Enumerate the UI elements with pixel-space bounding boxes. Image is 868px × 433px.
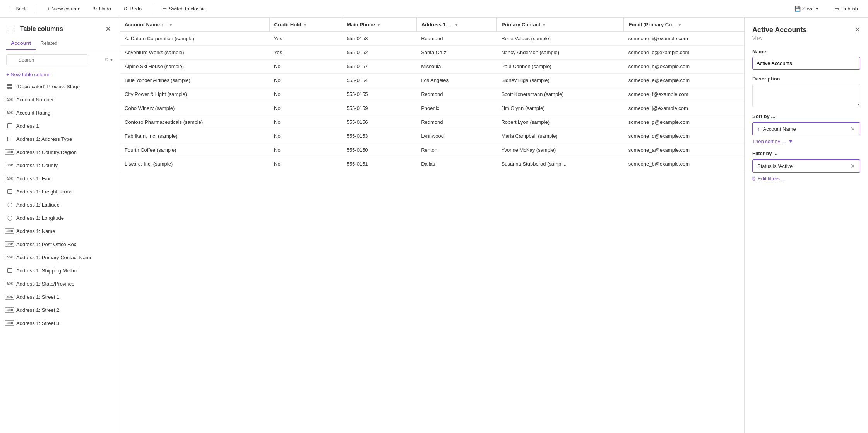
- column-name: Address 1: Freight Terms: [16, 189, 72, 195]
- th-label-account_name: Account Name: [125, 22, 160, 27]
- center-area[interactable]: Account Name↑↓▼Credit Hold▼Main Phone▼Ad…: [120, 18, 744, 433]
- th-account_name[interactable]: Account Name↑↓▼: [120, 18, 269, 32]
- column-name: Address 1: Longitude: [16, 215, 64, 221]
- column-item[interactable]: ◯Address 1: Longitude: [0, 211, 120, 224]
- edit-filters-button[interactable]: ⎗ Edit filters ...: [752, 176, 860, 181]
- abc-icon: abc: [6, 306, 13, 313]
- column-item[interactable]: abcAccount Rating: [0, 106, 120, 119]
- cell-email: someone_c@example.com: [624, 46, 744, 60]
- cell-primary_contact: Maria Campbell (sample): [496, 129, 623, 143]
- column-name: Address 1: County: [16, 163, 58, 168]
- column-item[interactable]: abcAddress 1: Post Office Box: [0, 238, 120, 251]
- column-item[interactable]: Address 1: Shipping Method: [0, 264, 120, 277]
- column-list: (Deprecated) Process StageabcAccount Num…: [0, 80, 120, 433]
- cell-credit_hold: No: [269, 87, 342, 101]
- table-row[interactable]: Fabrikam, Inc. (sample)No555-0153Lynnwoo…: [120, 129, 744, 143]
- data-table: Account Name↑↓▼Credit Hold▼Main Phone▼Ad…: [120, 18, 744, 171]
- th-label-email: Email (Primary Co...: [628, 22, 676, 27]
- table-row[interactable]: Coho Winery (sample)No555-0159PhoenixJim…: [120, 101, 744, 115]
- view-column-button[interactable]: + View column: [45, 4, 83, 13]
- tab-related[interactable]: Related: [36, 37, 62, 50]
- save-button[interactable]: 💾 Save ▼: [791, 4, 823, 13]
- table-row[interactable]: Contoso Pharmaceuticals (sample)No555-01…: [120, 115, 744, 129]
- column-item[interactable]: abcAddress 1: Fax: [0, 172, 120, 185]
- th-credit_hold[interactable]: Credit Hold▼: [269, 18, 342, 32]
- switch-to-classic-button[interactable]: ▭ Switch to classic: [160, 4, 208, 13]
- left-panel-title: Table columns: [20, 26, 63, 33]
- left-panel-close-button[interactable]: ✕: [103, 24, 113, 34]
- right-panel-close-button[interactable]: ✕: [854, 26, 860, 34]
- cell-account_name: City Power & Light (sample): [120, 87, 269, 101]
- switch-icon: ▭: [162, 6, 167, 12]
- column-item[interactable]: Address 1: Freight Terms: [0, 185, 120, 198]
- column-item[interactable]: Address 1: Address Type: [0, 132, 120, 145]
- sort-section-label: Sort by ...: [752, 113, 860, 119]
- hamburger-icon[interactable]: [6, 25, 16, 33]
- filter-remove-button[interactable]: ✕: [851, 163, 855, 169]
- cell-primary_contact: Robert Lyon (sample): [496, 115, 623, 129]
- cell-address1: Los Angeles: [416, 74, 496, 87]
- column-item[interactable]: Address 1: [0, 119, 120, 132]
- table-row[interactable]: Alpine Ski House (sample)No555-0157Misso…: [120, 60, 744, 74]
- publish-button[interactable]: ▭ Publish: [830, 4, 862, 13]
- column-item[interactable]: abcAddress 1: County: [0, 159, 120, 172]
- table-row[interactable]: Adventure Works (sample)Yes555-0152Santa…: [120, 46, 744, 60]
- tab-account[interactable]: Account: [6, 37, 36, 50]
- table-row[interactable]: A. Datum Corporation (sample)Yes555-0158…: [120, 32, 744, 46]
- column-item[interactable]: abcAddress 1: Street 2: [0, 303, 120, 317]
- th-primary_contact[interactable]: Primary Contact▼: [496, 18, 623, 32]
- table-row[interactable]: Litware, Inc. (sample)No555-0151DallasSu…: [120, 157, 744, 171]
- column-item[interactable]: abcAddress 1: Name: [0, 224, 120, 238]
- description-textarea[interactable]: [752, 84, 860, 107]
- abc-icon: abc: [6, 96, 13, 103]
- column-item[interactable]: abcAddress 1: Primary Contact Name: [0, 251, 120, 264]
- cell-address1: Redmond: [416, 87, 496, 101]
- right-panel-title: Active Accounts: [752, 26, 806, 34]
- cell-email: someone_a@example.com: [624, 143, 744, 157]
- new-table-column-button[interactable]: + New table column: [0, 69, 120, 80]
- column-item[interactable]: abcAddress 1: State/Province: [0, 277, 120, 290]
- column-item[interactable]: abcAccount Number: [0, 93, 120, 106]
- main-area: Table columns ✕ Account Related 🔍 ⎗ ▼ + …: [0, 18, 868, 433]
- filter-button[interactable]: ⎗ ▼: [105, 57, 113, 63]
- filter-chevron-icon: ▼: [678, 22, 682, 27]
- undo-button[interactable]: ↻ Undo: [91, 4, 113, 13]
- column-item[interactable]: (Deprecated) Process Stage: [0, 80, 120, 93]
- abc-icon: abc: [6, 228, 13, 234]
- publish-label: Publish: [841, 6, 858, 12]
- cell-address1: Santa Cruz: [416, 46, 496, 60]
- cell-address1: Redmond: [416, 115, 496, 129]
- column-name: Address 1: Fax: [16, 176, 50, 181]
- column-name: (Deprecated) Process Stage: [16, 84, 80, 89]
- back-button[interactable]: ← Back: [6, 4, 29, 13]
- name-input[interactable]: [752, 57, 860, 70]
- table-row[interactable]: City Power & Light (sample)No555-0155Red…: [120, 87, 744, 101]
- publish-icon: ▭: [834, 6, 839, 12]
- column-item[interactable]: abcAddress 1: Street 3: [0, 317, 120, 330]
- th-email[interactable]: Email (Primary Co...▼: [624, 18, 744, 32]
- redo-button[interactable]: ↺ Redo: [121, 4, 144, 13]
- search-input[interactable]: [6, 54, 87, 65]
- view-label: View: [752, 36, 860, 41]
- cell-email: someone_e@example.com: [624, 74, 744, 87]
- column-item[interactable]: abcAddress 1: Country/Region: [0, 145, 120, 159]
- then-sort-button[interactable]: Then sort by ... ▼: [752, 139, 860, 144]
- filter-value-label: Status is 'Active': [757, 163, 794, 169]
- cell-email: someone_g@example.com: [624, 115, 744, 129]
- left-panel: Table columns ✕ Account Related 🔍 ⎗ ▼ + …: [0, 18, 120, 433]
- box-icon: [6, 267, 13, 274]
- column-name: Address 1: Latitude: [16, 202, 60, 208]
- column-item[interactable]: abcAddress 1: Street 1: [0, 290, 120, 303]
- cell-credit_hold: Yes: [269, 46, 342, 60]
- cell-credit_hold: No: [269, 101, 342, 115]
- table-row[interactable]: Fourth Coffee (sample)No555-0150RentonYv…: [120, 143, 744, 157]
- box-icon: [6, 122, 13, 129]
- table-row[interactable]: Blue Yonder Airlines (sample)No555-0154L…: [120, 74, 744, 87]
- th-address1[interactable]: Address 1: ...▼: [416, 18, 496, 32]
- topbar: ← Back + View column ↻ Undo ↺ Redo ▭ Swi…: [0, 0, 868, 18]
- redo-label: Redo: [130, 6, 142, 12]
- column-item[interactable]: ◯Address 1: Latitude: [0, 198, 120, 211]
- th-main_phone[interactable]: Main Phone▼: [342, 18, 417, 32]
- filter-dropdown-icon: ▼: [110, 58, 113, 62]
- sort-remove-button[interactable]: ✕: [851, 126, 855, 132]
